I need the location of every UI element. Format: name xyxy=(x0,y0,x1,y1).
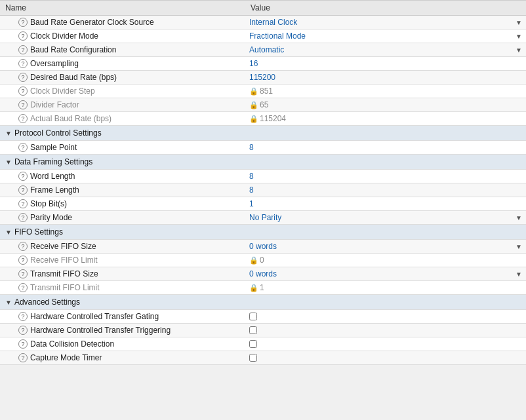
table-row: ?Capture Mode Timer xyxy=(0,351,526,365)
name-cell: ?Clock Divider Step xyxy=(0,85,245,98)
section-arrow: ▼ xyxy=(5,299,12,306)
dropdown-value[interactable]: 0 words▼ xyxy=(249,242,522,251)
section-header[interactable]: ▼Data Framing Settings xyxy=(0,155,526,170)
name-cell-inner: ?Divider Factor xyxy=(18,100,241,109)
name-cell: ?Word Length xyxy=(0,170,245,183)
property-label: Receive FIFO Size xyxy=(30,242,96,251)
table-row: ?Sample Point8 xyxy=(0,141,526,155)
help-icon[interactable]: ? xyxy=(18,213,28,222)
name-cell-inner: ?Parity Mode xyxy=(18,213,241,222)
help-icon[interactable]: ? xyxy=(18,86,28,96)
help-icon[interactable]: ? xyxy=(18,18,28,27)
help-icon[interactable]: ? xyxy=(18,73,28,82)
property-label: Data Collision Detection xyxy=(30,339,114,349)
value-cell[interactable]: No Parity▼ xyxy=(245,211,526,225)
checkbox-input[interactable] xyxy=(249,326,257,334)
help-icon[interactable]: ? xyxy=(18,269,28,278)
checkbox-input[interactable] xyxy=(249,340,257,348)
name-cell: ?Oversampling xyxy=(0,57,245,71)
property-label: Clock Divider Step xyxy=(30,86,95,96)
checkbox-cell xyxy=(249,340,522,348)
help-icon[interactable]: ? xyxy=(18,100,28,109)
help-icon[interactable]: ? xyxy=(18,312,28,321)
section-arrow: ▼ xyxy=(5,130,12,137)
value-cell[interactable]: 🔒1 xyxy=(245,281,526,295)
value-cell[interactable]: 🔒115204 xyxy=(245,112,526,126)
dropdown-value[interactable]: No Parity▼ xyxy=(249,213,522,222)
help-icon[interactable]: ? xyxy=(18,114,28,123)
value-cell xyxy=(245,324,526,337)
help-icon[interactable]: ? xyxy=(18,242,28,251)
value-cell[interactable]: 115200 xyxy=(245,71,526,85)
help-icon[interactable]: ? xyxy=(18,283,28,292)
dropdown-arrow-icon: ▼ xyxy=(516,33,522,40)
value-cell[interactable]: 🔒65 xyxy=(245,98,526,112)
dropdown-value[interactable]: Fractional Mode▼ xyxy=(249,31,522,41)
section-header[interactable]: ▼FIFO Settings xyxy=(0,225,526,240)
name-cell-inner: ?Transmit FIFO Limit xyxy=(18,283,241,292)
help-icon[interactable]: ? xyxy=(18,45,28,54)
help-icon[interactable]: ? xyxy=(18,339,28,349)
section-header[interactable]: ▼Protocol Control Settings xyxy=(0,126,526,141)
dropdown-arrow-icon: ▼ xyxy=(516,19,522,26)
property-label: Actual Baud Rate (bps) xyxy=(30,114,111,123)
checkbox-cell xyxy=(249,313,522,320)
name-cell: ?Baud Rate Configuration xyxy=(0,43,245,57)
name-cell: ?Clock Divider Mode xyxy=(0,29,245,43)
value-cell[interactable]: 8 xyxy=(245,141,526,155)
table-row: ?Divider Factor🔒65 xyxy=(0,98,526,112)
value-cell[interactable]: Internal Clock▼ xyxy=(245,16,526,29)
name-cell-inner: ?Desired Baud Rate (bps) xyxy=(18,73,241,82)
section-header[interactable]: ▼Advanced Settings xyxy=(0,295,526,310)
property-label: Divider Factor xyxy=(30,100,79,109)
value-cell[interactable]: 0 words▼ xyxy=(245,240,526,254)
section-arrow: ▼ xyxy=(5,159,12,166)
locked-value: 🔒851 xyxy=(249,86,273,96)
value-cell[interactable]: 8 xyxy=(245,183,526,197)
dropdown-value[interactable]: 0 words▼ xyxy=(249,269,522,278)
help-icon[interactable]: ? xyxy=(18,256,28,265)
name-cell-inner: ?Clock Divider Mode xyxy=(18,31,241,41)
value-cell[interactable]: Automatic▼ xyxy=(245,43,526,57)
dropdown-value[interactable]: Automatic▼ xyxy=(249,45,522,54)
plain-value: 1 xyxy=(249,199,254,208)
name-cell-inner: ?Sample Point xyxy=(18,143,241,152)
section-label: Protocol Control Settings xyxy=(14,128,102,138)
table-row: ?Baud Rate ConfigurationAutomatic▼ xyxy=(0,43,526,57)
name-cell-inner: ?Clock Divider Step xyxy=(18,86,241,96)
value-cell[interactable]: 1 xyxy=(245,197,526,211)
property-label: Baud Rate Generator Clock Source xyxy=(30,18,154,27)
checkbox-input[interactable] xyxy=(249,313,257,320)
value-cell[interactable]: 0 words▼ xyxy=(245,267,526,281)
section-label: FIFO Settings xyxy=(14,227,63,237)
value-cell[interactable]: 🔒851 xyxy=(245,85,526,98)
checkbox-input[interactable] xyxy=(249,354,257,362)
help-icon[interactable]: ? xyxy=(18,353,28,362)
dropdown-value[interactable]: Internal Clock▼ xyxy=(249,18,522,27)
dropdown-arrow-icon: ▼ xyxy=(516,271,522,278)
value-cell[interactable]: 8 xyxy=(245,170,526,183)
value-cell[interactable]: 16 xyxy=(245,57,526,71)
name-cell: ?Baud Rate Generator Clock Source xyxy=(0,16,245,29)
help-icon[interactable]: ? xyxy=(18,172,28,181)
value-cell[interactable]: 🔒0 xyxy=(245,254,526,267)
help-icon[interactable]: ? xyxy=(18,59,28,68)
help-icon[interactable]: ? xyxy=(18,143,28,152)
dropdown-arrow-icon: ▼ xyxy=(516,47,522,54)
help-icon[interactable]: ? xyxy=(18,199,28,208)
name-cell: ?Parity Mode xyxy=(0,211,245,225)
help-icon[interactable]: ? xyxy=(18,185,28,195)
help-icon[interactable]: ? xyxy=(18,31,28,41)
name-cell: ?Sample Point xyxy=(0,141,245,155)
dropdown-arrow-icon: ▼ xyxy=(516,243,522,250)
name-cell-inner: ?Baud Rate Generator Clock Source xyxy=(18,18,241,27)
property-label: Parity Mode xyxy=(30,213,72,222)
name-cell-inner: ?Word Length xyxy=(18,172,241,181)
name-cell: ?Data Collision Detection xyxy=(0,337,245,351)
property-label: Hardware Controlled Transfer Triggering xyxy=(30,326,171,335)
value-cell[interactable]: Fractional Mode▼ xyxy=(245,29,526,43)
help-icon[interactable]: ? xyxy=(18,326,28,335)
table-row: ?Hardware Controlled Transfer Gating xyxy=(0,310,526,324)
name-cell-inner: ?Hardware Controlled Transfer Gating xyxy=(18,312,241,321)
lock-icon: 🔒 xyxy=(249,256,258,264)
